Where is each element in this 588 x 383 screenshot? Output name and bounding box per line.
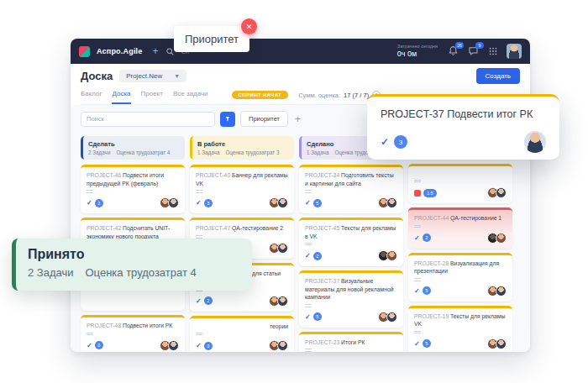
task-card[interactable]: ✓ 1.5 <box>408 164 512 203</box>
card-title: Подвести итоги РК <box>123 323 172 328</box>
card-title-row: PROJECT-19 Тексты для рекламы VK <box>414 312 507 328</box>
avatar <box>277 296 288 307</box>
filter-button[interactable] <box>220 112 235 127</box>
column-title: Сделать <box>88 140 178 148</box>
messages-button[interactable]: 9 <box>468 45 480 57</box>
card-footer: ✓ 2 <box>305 250 397 261</box>
column-cards: PROJECT-34 Подготовить тексты и картинки… <box>299 165 403 352</box>
description-icon <box>414 278 421 282</box>
task-card[interactable]: PROJECT-23 Итоги РК ✓ 5 <box>299 332 403 352</box>
card-title-row: PROJECT-47 QA-тестирование 2 <box>196 224 288 233</box>
description-icon <box>196 190 202 194</box>
description-icon <box>414 180 421 184</box>
column-estimate: Оценка трудозатрат 4 <box>116 150 170 155</box>
column-subtitle: 2 Задачи Оценка трудозатрат 4 <box>88 150 178 155</box>
task-card[interactable]: PROJECT-40 Баннер для рекламы VK ✓ 3 <box>190 165 294 213</box>
create-button[interactable]: Создать <box>476 68 520 84</box>
description-icon <box>305 243 312 247</box>
card-avatars <box>381 312 397 323</box>
column-header[interactable]: Сделать 2 Задачи Оценка трудозатрат 4 <box>81 136 185 160</box>
task-card[interactable]: PROJECT-34 Подготовить тексты и картинки… <box>299 165 403 213</box>
description-icon <box>305 349 312 352</box>
sprint-status-badge: СПРИНТ НАЧАТ <box>232 91 289 99</box>
card-avatars <box>271 296 288 307</box>
accepted-estimate: Оценка трудозатрат 4 <box>86 266 197 279</box>
card-estimate-badge: 2 <box>423 233 431 242</box>
priority-filter-chip[interactable]: Приоритет <box>240 111 288 127</box>
card-estimate-badge: 5 <box>313 312 322 321</box>
column-estimate: Оценка трудозатрат 3 <box>225 150 279 155</box>
task-card[interactable]: PROJECT-48 Подвести итоги РК ✓ 0 <box>81 315 185 352</box>
card-id: PROJECT-28 <box>414 260 449 266</box>
card-id: PROJECT-47 <box>196 225 230 231</box>
card-footer: ✓ 1.5 <box>414 187 507 198</box>
tab[interactable]: Все задачи <box>173 90 208 104</box>
top-navbar: Аспро.Agile + Сп Затрачено сегодня 0ч 0м… <box>71 39 530 64</box>
funnel-icon <box>225 115 230 123</box>
add-icon[interactable]: + <box>153 46 159 56</box>
check-icon: ✓ <box>381 136 389 148</box>
popup-assignee-avatar <box>524 131 546 153</box>
card-avatars <box>490 187 507 198</box>
avatar <box>386 197 397 208</box>
task-card[interactable]: PROJECT-45 Тексты для рекламы в VK ✓ 2 <box>299 218 403 266</box>
notifications-button[interactable]: 26 <box>448 45 459 57</box>
check-icon: ✓ <box>305 199 311 207</box>
column-cards: ✓ 1.5 PROJECT-44 QA-тестирование 1 ✓ 2 P… <box>408 164 512 352</box>
tab[interactable]: Проект <box>141 90 163 104</box>
avatar <box>277 340 288 351</box>
card-title-row: PROJECT-37 Визуальные материалы для ново… <box>305 277 397 302</box>
time-tracker[interactable]: Затрачено сегодня 0ч 0м <box>397 44 438 58</box>
card-avatars <box>490 233 507 244</box>
task-card[interactable]: PROJECT-46 Подвести итоги предыдущей РК … <box>81 165 185 213</box>
card-footer: ✓ 2 <box>414 233 507 244</box>
avatar <box>277 197 288 208</box>
avatar <box>496 338 507 349</box>
board-column: Сделано 1 Задача Оценка трудозатрат PROJ… <box>299 136 403 352</box>
card-title-row: PROJECT-45 Тексты для рекламы в VK <box>305 224 397 240</box>
column-header[interactable]: В работе 1 Задача Оценка трудозатрат 3 <box>190 136 294 160</box>
project-select[interactable]: Project.New ▼ <box>119 70 186 82</box>
card-title-row: PROJECT-23 Итоги РК <box>305 338 397 347</box>
avatar <box>168 340 179 351</box>
card-id: PROJECT-23 <box>305 339 339 345</box>
card-estimate-badge: 3 <box>204 199 213 207</box>
card-title-row: PROJECT-34 Подготовить тексты и картинки… <box>305 171 397 187</box>
card-id: PROJECT-46 <box>87 172 121 178</box>
chevron-down-icon: ▼ <box>174 73 180 79</box>
page-title: Доска <box>81 70 113 82</box>
card-footer: ✓ 2 <box>196 296 288 307</box>
tab[interactable]: Баклог <box>81 90 102 104</box>
task-card[interactable]: теории ✓ 3 <box>190 316 294 352</box>
card-title-row <box>414 171 507 177</box>
column-tasks: 2 Задачи <box>88 150 110 155</box>
apps-grid-icon[interactable] <box>488 46 498 56</box>
card-footer: ✓ 5 <box>305 197 397 208</box>
brand-name: Аспро.Agile <box>97 47 143 55</box>
task-card[interactable]: PROJECT-19 Тексты для рекламы VK ✓ 5 <box>408 306 512 352</box>
card-title-row: PROJECT-44 QA-тестирование 1 <box>414 214 507 223</box>
task-card[interactable]: PROJECT-44 QA-тестирование 1 ✓ 2 <box>408 207 512 249</box>
tab[interactable]: Доска <box>112 90 130 104</box>
card-id: PROJECT-34 <box>305 172 339 178</box>
navbar-right: Затрачено сегодня 0ч 0м 26 9 <box>397 44 522 59</box>
task-card-popup[interactable]: PROJECT-37 Подвести итог РК ✓ 3 <box>367 94 559 160</box>
card-id: PROJECT-19 <box>414 313 449 319</box>
card-avatars <box>162 340 179 351</box>
task-card[interactable]: PROJECT-28 Визуализация для презентации … <box>408 253 512 302</box>
add-filter-button[interactable]: + <box>293 114 302 124</box>
check-icon: ✓ <box>196 297 202 305</box>
column-title: В работе <box>197 140 287 148</box>
score-label: Сумм. оценка: <box>298 92 340 99</box>
card-estimate-badge: 5 <box>423 339 431 348</box>
card-avatars <box>162 197 179 208</box>
card-avatars <box>271 243 288 254</box>
search-input[interactable] <box>81 112 215 127</box>
task-card[interactable]: PROJECT-37 Визуальные материалы для ново… <box>299 270 403 328</box>
search-icon[interactable] <box>165 47 175 56</box>
close-icon[interactable]: ✕ <box>241 18 257 34</box>
user-avatar[interactable] <box>507 44 522 59</box>
column-subtitle: 1 Задача Оценка трудозатрат 3 <box>197 150 287 155</box>
description-icon <box>196 333 202 337</box>
check-icon: ✓ <box>305 313 311 321</box>
